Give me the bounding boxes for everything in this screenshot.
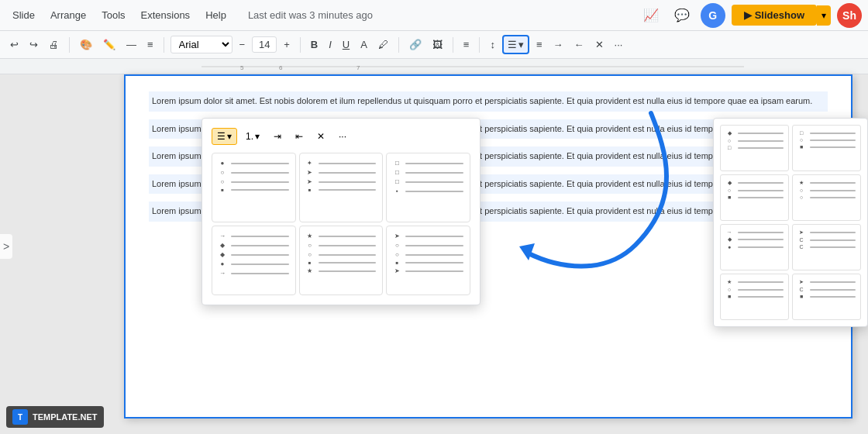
bp-unordered-btn[interactable]: ☰ ▾ [212,128,237,145]
bullet-style-1[interactable]: ● ○ ○ ■ [212,153,296,222]
ruler: 5 6 7 [0,59,868,74]
link-btn[interactable]: 🔗 [405,36,425,53]
bullet-style-4[interactable]: → ◆ ◆ ● → [212,226,296,295]
ruler-marks: 5 6 7 [202,59,744,74]
bullet-panel-toolbar: ☰ ▾ 1. ▾ ⇥ ⇤ ✕ ··· [212,128,470,145]
indent-more-btn[interactable]: → [549,36,567,53]
font-color-btn[interactable]: A [356,36,371,53]
bp-outdent-icon: ⇤ [295,131,303,142]
right-bullet-panel: ◆ ○ □ □ ○ ■ ◆ ○ ■ ★ ○ ○ → [713,118,868,327]
bp-more-icon: ··· [339,131,346,142]
font-size-minus[interactable]: − [236,36,250,53]
sep6 [479,37,480,53]
bp-indent-btn[interactable]: ⇥ [268,128,287,145]
image-btn[interactable]: 🖼 [429,36,446,53]
sep5 [453,37,453,53]
print-btn[interactable]: 🖨 [45,36,63,53]
redo-btn[interactable]: ↪ [26,36,42,53]
comment-icon[interactable]: 💬 [670,3,694,28]
slideshow-label: Slideshow [755,9,804,21]
rp-cell-4[interactable]: ★ ○ ○ [792,174,861,221]
bp-ordered-arrow: ▾ [255,131,260,142]
account-avatar[interactable]: G [701,3,725,28]
bullet-list-btn[interactable]: ☰ ▾ [502,35,529,54]
svg-text:7: 7 [356,64,360,71]
rp-cell-6[interactable]: ➤ C C [792,224,861,270]
bp-dropdown-arrow: ▾ [227,131,232,142]
bullet-style-3[interactable]: □ □ □ ▪ [386,153,470,222]
bullet-style-6[interactable]: ➤ ○ ○ ■ ➤ [386,226,470,295]
rp-cell-7[interactable]: ★ ○ ■ [720,274,789,320]
bullet-list-icon: ☰ [508,39,517,50]
align-btn[interactable]: ≡ [460,36,474,53]
rp-cell-8[interactable]: ➤ C ■ [792,274,861,320]
bold-btn[interactable]: B [307,36,322,53]
bp-clear-btn[interactable]: ✕ [312,128,330,145]
bp-ordered-btn[interactable]: 1. ▾ [240,128,265,145]
bullet-style-5[interactable]: ★ ○ ○ ■ ★ [299,226,384,295]
font-selector[interactable]: Arial [170,36,232,53]
svg-text:5: 5 [240,64,244,71]
undo-btn[interactable]: ↩ [6,36,22,53]
more-btn[interactable]: ··· [611,36,627,53]
bullet-dropdown-arrow: ▾ [518,39,524,50]
text-btn[interactable]: ≡ [143,36,157,53]
para-1: Lorem ipsum dolor sit amet. Est nobis do… [149,91,828,112]
rp-cell-3[interactable]: ◆ ○ ■ [720,174,789,221]
menu-tools[interactable]: Tools [95,6,131,24]
font-size-plus[interactable]: + [280,36,294,53]
bp-bullet-icon: ☰ [217,131,226,142]
bp-outdent-btn[interactable]: ⇤ [290,128,308,145]
right-panel-grid: ◆ ○ □ □ ○ ■ ◆ ○ ■ ★ ○ ○ → [720,125,861,320]
pencil-btn[interactable]: ✏️ [99,36,119,53]
line-spacing-btn[interactable]: ↕ [486,36,499,53]
top-bar: Slide Arrange Tools Extensions Help Last… [0,0,868,31]
trend-icon[interactable]: 📈 [639,3,663,28]
bullet-list-panel: ☰ ▾ 1. ▾ ⇥ ⇤ ✕ ··· ● [202,118,480,305]
underline-btn[interactable]: U [339,36,353,53]
slideshow-button[interactable]: ▶ Slideshow [732,5,817,26]
watermark: T TEMPLATE.NET [6,406,104,428]
font-size-display[interactable]: 14 [252,36,277,53]
menu-extensions[interactable]: Extensions [135,6,197,24]
last-edit-status: Last edit was 3 minutes ago [248,9,373,21]
italic-btn[interactable]: I [325,36,336,53]
watermark-text: TEMPLATE.NET [33,412,98,422]
slide-nav-left[interactable]: > [0,234,12,259]
numbered-list-btn[interactable]: ≡ [532,36,546,53]
shape-btn[interactable]: — [122,36,140,53]
menu-help[interactable]: Help [199,6,232,24]
rp-cell-1[interactable]: ◆ ○ □ [720,125,789,171]
menu-arrange[interactable]: Arrange [44,6,92,24]
clear-format-btn[interactable]: ✕ [591,36,608,53]
bp-clear-icon: ✕ [317,131,325,142]
indent-less-btn[interactable]: ← [570,36,588,53]
user-icon[interactable]: Sh [837,3,862,28]
bullet-style-2[interactable]: ✦ ➤ ➤ ■ [299,153,384,222]
rp-cell-5[interactable]: → ◆ ● [720,224,789,270]
slideshow-dropdown[interactable]: ▾ [817,5,831,26]
formatting-toolbar: ↩ ↪ 🖨 🎨 ✏️ — ≡ Arial − 14 + B I U A 🖊 🔗 … [0,31,868,59]
highlight-btn[interactable]: 🖊 [374,36,392,53]
bp-more-btn[interactable]: ··· [333,128,352,145]
paint-btn[interactable]: 🎨 [76,36,96,53]
menu-slide[interactable]: Slide [6,6,41,24]
top-bar-actions: 📈 💬 G ▶ Slideshow ▾ Sh [639,3,862,28]
canvas-area: 5 6 7 Lorem ipsum dolor sit amet. Est no… [0,59,868,434]
slideshow-icon: ▶ [744,9,752,21]
watermark-logo: T [12,409,28,425]
bp-indent-icon: ⇥ [274,131,281,142]
sep4 [398,37,399,53]
bullet-style-grid: ● ○ ○ ■ ✦ ➤ ➤ ■ □ □ □ ▪ → ◆ [212,153,470,295]
rp-cell-2[interactable]: □ ○ ■ [792,125,861,171]
sep3 [300,37,301,53]
svg-text:6: 6 [279,64,283,71]
sep1 [69,37,70,53]
menu-bar: Slide Arrange Tools Extensions Help Last… [6,6,373,24]
bp-ordered-icon: 1. [246,131,253,142]
sep2 [164,37,164,53]
